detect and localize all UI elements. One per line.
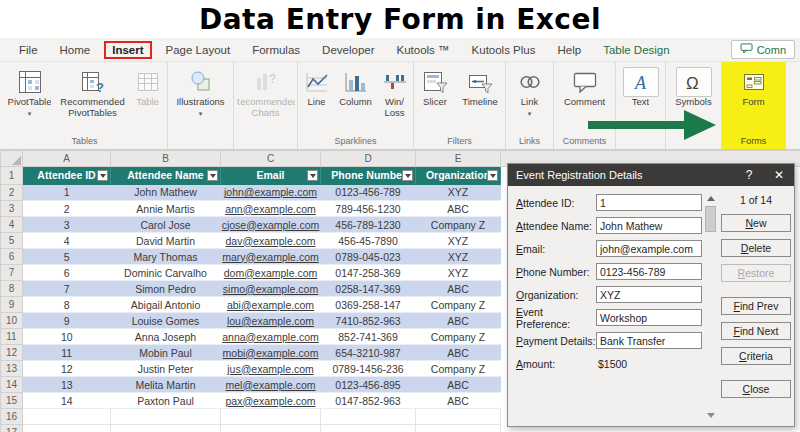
cell[interactable]: 0123-456-789 [321,185,416,201]
tab-file[interactable]: File [8,41,49,59]
event-preference-field[interactable] [596,309,702,326]
cell[interactable]: ABC [416,201,501,217]
cell[interactable]: 12 [23,361,111,377]
ribbon-button-link[interactable]: Link▾ [510,64,550,119]
cell[interactable] [23,409,111,425]
row-header[interactable]: 5 [1,233,23,249]
cell[interactable] [221,409,321,425]
ribbon-button-text[interactable]: AText [621,64,661,108]
email-cell[interactable]: dom@example.com [221,265,321,281]
cell[interactable]: David Martin [111,233,221,249]
dialog-help-button[interactable]: ? [734,164,764,186]
cell[interactable]: Abigail Antonio [111,297,221,313]
cell[interactable]: 0123-456-895 [321,377,416,393]
filter-button[interactable] [207,170,218,181]
ribbon-button-timeline[interactable]: Timeline [456,64,504,108]
organization-field[interactable] [596,286,702,303]
cell[interactable]: ABC [416,281,501,297]
email-cell[interactable]: ann@example.com [221,201,321,217]
row-header[interactable]: 1 [1,167,23,185]
cell[interactable]: John Mathew [111,185,221,201]
cell[interactable]: ABC [416,345,501,361]
cell[interactable]: 789-456-1230 [321,201,416,217]
attendee-id-field[interactable] [596,194,702,211]
row-header[interactable]: 11 [1,329,23,345]
cell[interactable]: 4 [23,233,111,249]
ribbon-button-comment[interactable]: Comment [557,64,613,108]
email-cell[interactable]: mel@example.com [221,377,321,393]
column-header-b[interactable]: B [111,151,221,167]
close-button[interactable]: Close [721,380,791,398]
email-field[interactable] [596,240,702,257]
ribbon-button-line[interactable]: Line [300,64,334,108]
record-scrollbar[interactable] [704,194,717,420]
cell[interactable]: XYZ [416,265,501,281]
cell[interactable]: 456-789-1230 [321,217,416,233]
email-cell[interactable]: john@example.com [221,185,321,201]
cell[interactable]: 14 [23,393,111,409]
tab-home[interactable]: Home [49,41,102,59]
table-header-phone-number[interactable]: Phone Number [321,167,416,185]
row-header[interactable]: 12 [1,345,23,361]
cell[interactable]: 11 [23,345,111,361]
filter-button[interactable] [402,170,413,181]
email-cell[interactable]: pax@example.com [221,393,321,409]
cell[interactable]: XYZ [416,185,501,201]
ribbon-button-slicer[interactable]: Slicer [415,64,455,108]
chevron-down-icon[interactable]: ▾ [199,109,203,120]
cell[interactable]: Paxton Paul [111,393,221,409]
tab-insert[interactable]: Insert [104,41,151,59]
ribbon-button-column[interactable]: Column [335,64,377,108]
find-next-button[interactable]: Find Next [721,322,791,340]
cell[interactable]: XYZ [416,233,501,249]
cell[interactable]: ABC [416,377,501,393]
row-header[interactable]: 9 [1,297,23,313]
tab-page-layout[interactable]: Page Layout [155,41,242,59]
table-header-attendee-id[interactable]: Attendee ID [23,167,111,185]
row-header[interactable]: 14 [1,377,23,393]
ribbon-button-recommended-pivottables[interactable]: ?Recommended PivotTables [57,64,129,118]
cell[interactable]: Justin Peter [111,361,221,377]
cell[interactable]: Anna Joseph [111,329,221,345]
cell[interactable]: Annie Martis [111,201,221,217]
cell[interactable]: 0369-258-147 [321,297,416,313]
cell[interactable]: 654-3210-987 [321,345,416,361]
scroll-up-icon[interactable] [707,196,715,201]
email-cell[interactable]: dav@example.com [221,233,321,249]
cell[interactable]: 0258-147-369 [321,281,416,297]
cell[interactable] [321,425,416,432]
row-header[interactable]: 8 [1,281,23,297]
cell[interactable]: 0789-045-023 [321,249,416,265]
tab-kutools-plus[interactable]: Kutools Plus [461,41,547,59]
row-header[interactable]: 16 [1,409,23,425]
cell[interactable] [111,409,221,425]
filter-button[interactable] [487,170,498,181]
cell[interactable] [416,425,501,432]
criteria-button[interactable]: Criteria [721,347,791,365]
cell[interactable]: Louise Gomes [111,313,221,329]
cell[interactable]: 13 [23,377,111,393]
table-header-organization[interactable]: Organization [416,167,501,185]
column-header-d[interactable]: D [321,151,416,167]
column-header-c[interactable]: C [221,151,321,167]
cell[interactable]: 0147-258-369 [321,265,416,281]
cell[interactable]: Dominic Carvalho [111,265,221,281]
filter-button[interactable] [97,170,108,181]
dialog-close-icon[interactable]: ✕ [764,164,794,186]
row-header[interactable]: 13 [1,361,23,377]
cell[interactable]: 0147-852-963 [321,393,416,409]
comments-panel-button[interactable]: Comn [731,40,795,59]
tab-formulas[interactable]: Formulas [241,41,311,59]
email-cell[interactable]: jus@example.com [221,361,321,377]
cell[interactable] [416,409,501,425]
scroll-down-icon[interactable] [707,413,715,418]
delete-button[interactable]: Delete [721,239,791,257]
scrollbar-thumb[interactable] [705,206,716,232]
attendee-name-field[interactable] [596,217,702,234]
email-cell[interactable]: abi@example.com [221,297,321,313]
new-button[interactable]: New [721,214,791,232]
cell[interactable]: 1 [23,185,111,201]
cell[interactable]: 456-45-7890 [321,233,416,249]
email-cell[interactable]: mobi@example.com [221,345,321,361]
ribbon-button-pivottable[interactable]: PivotTable▾ [4,64,56,119]
